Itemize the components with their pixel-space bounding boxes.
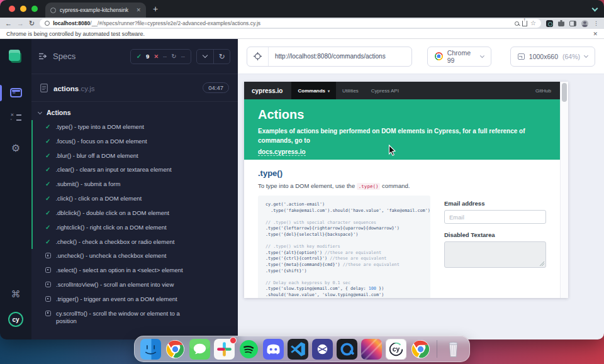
- spec-runner-icon: [10, 88, 22, 97]
- dock-icon-cypress[interactable]: cy: [386, 339, 406, 360]
- test-row[interactable]: ✓.clear() - clears an input or textarea …: [31, 163, 238, 177]
- nav-github-link[interactable]: GitHub: [535, 88, 551, 94]
- tab-search-chevron-icon[interactable]: [592, 6, 598, 12]
- nav-cypress-api[interactable]: Cypress API: [365, 82, 405, 99]
- dock-divider: [437, 340, 437, 358]
- test-row[interactable]: ✓.click() - click on a DOM element: [31, 192, 238, 206]
- window-controls[interactable]: [9, 6, 38, 12]
- fullscreen-window-button[interactable]: [31, 6, 38, 12]
- tests-list: ✓.type() - type into a DOM element✓.focu…: [31, 120, 238, 329]
- tests-area: Actions ✓.type() - type into a DOM eleme…: [31, 102, 238, 339]
- test-row[interactable]: ✓.blur() - blur off a DOM element: [31, 149, 238, 163]
- test-row[interactable]: ✓.dblclick() - double click on a DOM ele…: [31, 206, 238, 221]
- check-icon: ✓: [45, 180, 50, 188]
- command-key-icon: ⌘: [11, 289, 21, 299]
- viewport-selector[interactable]: 1000x660 (64%): [510, 47, 595, 67]
- minimize-window-button[interactable]: [20, 6, 26, 12]
- email-label: Email address: [444, 200, 546, 207]
- app-navbar: cypress.io Commands▾ Utilities Cypress A…: [244, 82, 560, 99]
- nav-utilities[interactable]: Utilities: [336, 82, 365, 99]
- nav-commands[interactable]: Commands▾: [291, 82, 336, 99]
- cypress-extension-icon[interactable]: [546, 20, 553, 27]
- address-bar[interactable]: localhost:8080/__/#/specs/runner?file=cy…: [40, 19, 541, 28]
- pending-icon: [45, 267, 51, 273]
- kitchensink-app: cypress.io Commands▾ Utilities Cypress A…: [244, 82, 560, 298]
- check-icon: ✓: [45, 166, 50, 174]
- spec-file-row[interactable]: actions.cy.js 04:47: [31, 74, 238, 102]
- failed-count: --: [163, 53, 167, 60]
- spec-duration-badge: 04:47: [203, 82, 229, 93]
- test-label: .uncheck() - uncheck a checkbox element: [56, 252, 166, 260]
- tab-favicon-icon: [50, 8, 56, 13]
- dock-icon-quicktime[interactable]: [337, 339, 357, 360]
- failed-x-icon: ✕: [154, 53, 159, 60]
- dock-icon-vscode[interactable]: [288, 339, 308, 360]
- url-text[interactable]: localhost:8080/__/#/specs/runner?file=cy…: [53, 20, 512, 26]
- dock-icon-spotify[interactable]: [238, 339, 259, 360]
- share-icon[interactable]: [522, 21, 527, 26]
- dock-icon-linear[interactable]: [312, 339, 333, 360]
- app-brand[interactable]: cypress.io: [252, 87, 282, 94]
- test-row[interactable]: ✓.check() - check a checkbox or radio el…: [31, 235, 238, 250]
- scrollbar-thumb[interactable]: [562, 83, 567, 102]
- sidebar-item-runs[interactable]: [0, 113, 31, 122]
- aut-url-field[interactable]: http://localhost:8080/commands/actions: [269, 47, 411, 66]
- runs-list-icon: [11, 113, 21, 122]
- test-row[interactable]: ✓.focus() - focus on a DOM element: [31, 135, 238, 149]
- caret-down-icon: ▾: [328, 89, 330, 93]
- cypress-avatar-icon: cy: [8, 312, 23, 327]
- dock-icon-slack[interactable]: [214, 339, 235, 360]
- test-row[interactable]: .trigger() - trigger an event on a DOM e…: [31, 292, 238, 307]
- inline-code: .type(): [357, 183, 381, 190]
- specs-panel: Specs ✓ 9 ✕ -- ↻ -- ↻ actions.cy.js: [31, 39, 238, 339]
- test-row[interactable]: .scrollIntoView() - scroll an element in…: [31, 278, 238, 292]
- test-row[interactable]: ✓.type() - type into a DOM element: [31, 120, 238, 135]
- forward-button[interactable]: →: [17, 20, 24, 27]
- docs-link[interactable]: docs.cypress.io: [258, 148, 306, 156]
- test-row[interactable]: ✓.rightclick() - right click on a DOM el…: [31, 221, 238, 235]
- dock-icon-chrome-alt[interactable]: [410, 339, 431, 360]
- bookmark-star-icon[interactable]: ☆: [530, 20, 536, 26]
- test-label: .clear() - clears an input or textarea e…: [55, 166, 171, 174]
- intro-text: To type into a DOM element, use the: [258, 182, 355, 189]
- extensions-puzzle-icon[interactable]: [558, 20, 564, 26]
- test-label: .click() - click on a DOM element: [55, 195, 142, 203]
- aut-scrollbar[interactable]: [560, 82, 568, 298]
- notice-close-icon[interactable]: ✕: [593, 31, 598, 37]
- browser-tab[interactable]: cypress-example-kitchensink ✕: [45, 3, 146, 18]
- test-row[interactable]: .uncheck() - uncheck a checkbox element: [31, 249, 238, 263]
- viewport-zoom: (64%): [562, 53, 580, 60]
- dock: cy: [134, 336, 470, 362]
- dock-icon-messages[interactable]: [189, 339, 210, 360]
- collapse-all-button[interactable]: [197, 50, 213, 63]
- dock-icon-discord[interactable]: [263, 339, 284, 360]
- back-button[interactable]: ←: [5, 20, 12, 27]
- test-row[interactable]: cy.scrollTo() - scroll the window or ele…: [31, 307, 238, 329]
- new-tab-button[interactable]: +: [153, 4, 158, 14]
- close-window-button[interactable]: [9, 6, 15, 12]
- dock-icon-trash[interactable]: [443, 339, 464, 360]
- page-info-icon[interactable]: [45, 21, 50, 26]
- browser-selector[interactable]: Chrome 99: [427, 47, 491, 67]
- sidebar-item-specs[interactable]: [0, 88, 31, 97]
- dock-icon-gradient-app[interactable]: [361, 339, 382, 360]
- rerun-tests-button[interactable]: ↻: [213, 50, 230, 63]
- user-avatar-button[interactable]: cy: [0, 312, 31, 327]
- tab-close-icon[interactable]: ✕: [136, 8, 141, 13]
- side-panel-icon[interactable]: [569, 21, 576, 26]
- dock-icon-chrome[interactable]: [165, 339, 186, 360]
- test-row[interactable]: .select() - select an option in a <selec…: [31, 263, 238, 278]
- specs-header-buttons: ↻: [196, 49, 230, 64]
- zoom-lens-icon[interactable]: [515, 21, 519, 26]
- reload-button[interactable]: ↻: [29, 20, 35, 27]
- test-row[interactable]: ✓.submit() - submit a form: [31, 177, 238, 192]
- email-field[interactable]: [444, 210, 546, 224]
- test-label: .select() - select an option in a <selec…: [56, 267, 183, 275]
- keyboard-shortcuts-button[interactable]: ⌘: [0, 289, 31, 299]
- browser-menu-icon[interactable]: ⋮: [593, 21, 599, 26]
- sidebar-item-settings[interactable]: ⚙: [0, 143, 31, 153]
- dock-icon-finder[interactable]: [140, 339, 161, 360]
- selector-playground-button[interactable]: [247, 47, 269, 66]
- test-group-actions[interactable]: Actions: [31, 105, 238, 120]
- profile-avatar[interactable]: [581, 20, 588, 27]
